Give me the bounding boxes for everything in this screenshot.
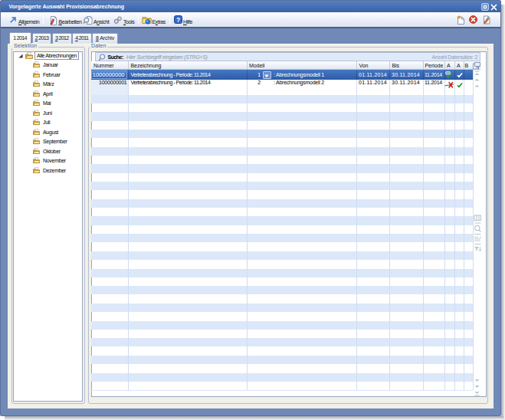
svg-text:?: ? [176, 16, 180, 24]
